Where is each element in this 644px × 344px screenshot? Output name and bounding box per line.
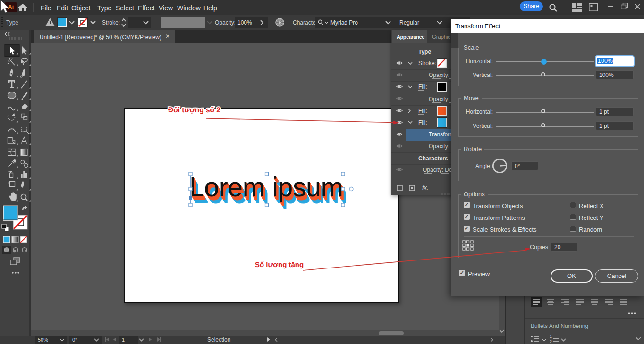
svg-text:Số lượng tăng: Số lượng tăng xyxy=(255,261,304,269)
svg-text:Đối tượng số 2: Đối tượng số 2 xyxy=(168,106,220,114)
